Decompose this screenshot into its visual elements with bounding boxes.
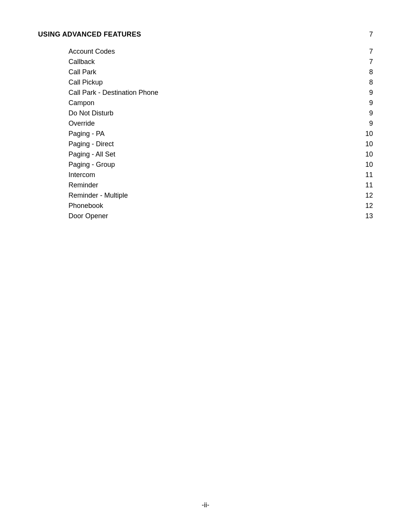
toc-entry-label: Override bbox=[68, 120, 95, 128]
toc-entry-page: 11 bbox=[362, 171, 373, 179]
toc-entry-page: 12 bbox=[362, 202, 373, 210]
section-header: USING ADVANCED FEATURES 7 bbox=[38, 30, 373, 38]
toc-entry-page: 7 bbox=[362, 48, 373, 56]
section-page-number: 7 bbox=[369, 30, 373, 38]
footer-text: -ii- bbox=[202, 501, 209, 509]
toc-entry-label: Paging - PA bbox=[68, 130, 105, 138]
toc-entry-page: 8 bbox=[362, 68, 373, 76]
toc-entry-label: Reminder bbox=[68, 181, 98, 189]
toc-entry: Campon9 bbox=[68, 99, 373, 107]
toc-entry: Phonebook12 bbox=[68, 202, 373, 210]
toc-entry-label: Phonebook bbox=[68, 202, 103, 210]
toc-entry: Paging - Group10 bbox=[68, 161, 373, 169]
toc-entry-label: Paging - Direct bbox=[68, 140, 114, 148]
toc-entry-label: Call Park bbox=[68, 68, 96, 76]
toc-entry: Paging - PA10 bbox=[68, 130, 373, 138]
toc-entry: Call Park8 bbox=[68, 68, 373, 76]
toc-entry-page: 9 bbox=[362, 109, 373, 117]
toc-entry-label: Do Not Disturb bbox=[68, 109, 113, 117]
toc-entry-page: 9 bbox=[362, 89, 373, 97]
toc-entry-page: 7 bbox=[362, 58, 373, 66]
toc-entry: Intercom11 bbox=[68, 171, 373, 179]
toc-entry-page: 10 bbox=[362, 130, 373, 138]
page: USING ADVANCED FEATURES 7 Account Codes7… bbox=[0, 0, 411, 532]
toc-entry-label: Campon bbox=[68, 99, 94, 107]
toc-entry-page: 12 bbox=[362, 192, 373, 200]
toc-entry-label: Reminder - Multiple bbox=[68, 192, 128, 200]
toc-entry: Do Not Disturb9 bbox=[68, 109, 373, 117]
section-title: USING ADVANCED FEATURES bbox=[38, 30, 141, 38]
toc-entry: Callback7 bbox=[68, 58, 373, 66]
toc-entry-page: 9 bbox=[362, 99, 373, 107]
toc-entry: Door Opener13 bbox=[68, 212, 373, 220]
footer: -ii- bbox=[0, 501, 411, 509]
toc-entry: Paging - All Set10 bbox=[68, 150, 373, 158]
toc-entry-page: 9 bbox=[362, 120, 373, 128]
toc-entry-page: 10 bbox=[362, 140, 373, 148]
toc-entry: Reminder11 bbox=[68, 181, 373, 189]
toc-entry: Call Park - Destination Phone9 bbox=[68, 89, 373, 97]
toc-entry-label: Paging - All Set bbox=[68, 150, 115, 158]
toc-entry-label: Call Park - Destination Phone bbox=[68, 89, 158, 97]
toc-entry: Reminder - Multiple12 bbox=[68, 192, 373, 200]
toc-entry-page: 13 bbox=[362, 212, 373, 220]
toc-entry: Call Pickup8 bbox=[68, 78, 373, 86]
toc-entry: Account Codes7 bbox=[68, 48, 373, 56]
toc-entry-page: 8 bbox=[362, 78, 373, 86]
toc-entry-page: 11 bbox=[362, 181, 373, 189]
toc-entry-page: 10 bbox=[362, 161, 373, 169]
toc-entry-label: Callback bbox=[68, 58, 95, 66]
toc-entry-label: Call Pickup bbox=[68, 78, 103, 86]
toc-entry: Paging - Direct10 bbox=[68, 140, 373, 148]
toc-entry: Override9 bbox=[68, 120, 373, 128]
toc-entry-label: Door Opener bbox=[68, 212, 108, 220]
toc-entry-label: Account Codes bbox=[68, 48, 115, 56]
toc-entry-label: Intercom bbox=[68, 171, 95, 179]
toc-entry-page: 10 bbox=[362, 150, 373, 158]
toc-entry-label: Paging - Group bbox=[68, 161, 115, 169]
toc-entries: Account Codes7Callback7Call Park8Call Pi… bbox=[68, 48, 373, 220]
